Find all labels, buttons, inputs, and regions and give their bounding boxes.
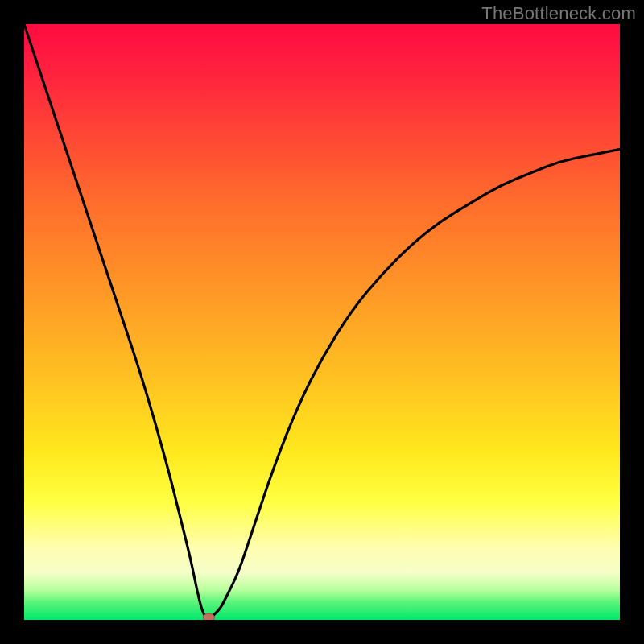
chart-frame: TheBottleneck.com bbox=[0, 0, 644, 644]
plot-area bbox=[24, 24, 620, 620]
curve-layer bbox=[24, 24, 620, 620]
min-point-marker bbox=[203, 613, 214, 620]
bottleneck-curve bbox=[24, 24, 620, 618]
watermark-text: TheBottleneck.com bbox=[481, 3, 636, 24]
